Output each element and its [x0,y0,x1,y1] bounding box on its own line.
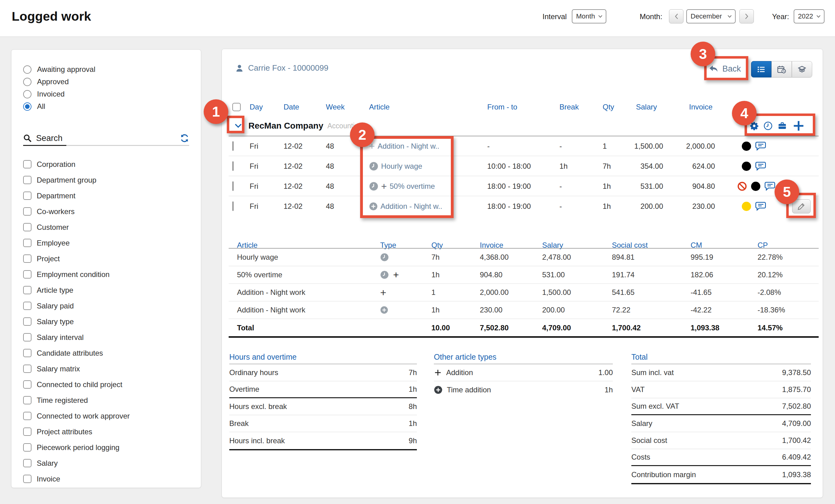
col-invoice[interactable]: Invoice [689,103,713,111]
filter-salary-matrix[interactable]: Salary matrix [23,361,189,377]
hourly-type-icon [380,253,389,261]
comment-bubble-icon[interactable] [755,142,766,151]
filter-department[interactable]: Department [23,188,189,204]
stat-row: VAT1,875.70 [631,381,811,398]
checkbox-icon [23,239,32,247]
qty-cell: 1h [431,271,440,279]
annotation-circle-2: 2 [350,123,374,147]
next-month-button[interactable] [739,9,754,23]
filter-time-registered[interactable]: Time registered [23,392,189,408]
filter-article-type[interactable]: Article type [23,282,189,298]
summary-row-1: Hourly wage 7h 4,368.00 2,478.00 894.81 … [229,249,819,266]
row-checkbox[interactable] [232,142,233,150]
employee-name: Carrie Fox - 10000099 [248,63,328,73]
stat-row: Sum incl. vat9,378.50 [631,364,811,381]
checkbox-icon [23,459,32,467]
search-input[interactable]: Search [23,130,189,146]
salary-cell: 1,500.00 [542,288,571,297]
row-checkbox[interactable] [232,202,233,211]
filter-salary-type[interactable]: Salary type [23,314,189,330]
article-cell: Hourly wage [237,253,278,261]
break-cell: - [559,202,562,211]
log-row-4: Fri 12-02 48 Addition - Night w.. 18:00 … [229,196,819,216]
day-cell: Fri [250,202,258,211]
filter-salary-paid[interactable]: Salary paid [23,298,189,314]
status-yellow-dot-icon [742,202,751,211]
list-view-button[interactable] [751,61,771,78]
filter-co-workers[interactable]: Co-workers [23,204,189,219]
annotation-box-1 [227,115,244,133]
invoice-cell: 230.00 [480,306,502,314]
article-cell: 50% overtime [237,271,282,279]
week-cell: 48 [326,202,334,211]
filter-department-group[interactable]: Department group [23,172,189,188]
salary-cell: 2,478.00 [542,253,571,261]
col-week[interactable]: Week [326,103,345,111]
filter-connected-to-child-project[interactable]: Connected to child project [23,377,189,392]
row-checkbox[interactable] [232,162,233,171]
refresh-icon[interactable] [180,133,189,143]
comment-bubble-icon[interactable] [755,162,766,171]
status-radio-awaiting-approval[interactable]: Awaiting approval [23,63,189,76]
col-break[interactable]: Break [559,103,579,111]
col-article[interactable]: Article [369,103,390,111]
status-black-dot-icon [742,142,751,151]
filter-salary-interval[interactable]: Salary interval [23,330,189,345]
filter-employee[interactable]: Employee [23,235,189,251]
hourly-addition-type-icon: + [380,270,399,280]
status-radio-invoiced[interactable]: Invoiced [23,88,189,100]
salary-cell: 531.00 [542,271,565,279]
stat-value: 7,502.80 [782,402,811,411]
year-select[interactable]: 2022 [794,9,824,23]
col-date[interactable]: Date [284,103,299,111]
salary-cell: 1,500.00 [627,142,663,150]
invoice-cell: 2,000.00 [676,142,715,150]
filter-invoice[interactable]: Invoice [23,471,189,487]
search-icon [23,134,32,143]
filter-piecework-period-logging[interactable]: Piecework period logging [23,440,189,455]
invoice-cell: 904.80 [480,271,502,279]
qty-total: 10.00 [431,323,450,332]
article-cell: Addition - Night work [237,306,305,314]
month-select[interactable]: December [686,9,736,23]
annotation-circle-4: 4 [732,101,757,126]
page-title: Logged work [12,9,91,24]
status-radio-all[interactable]: All [23,100,189,112]
filter-connected-to-work-approver[interactable]: Connected to work approver [23,408,189,424]
checkbox-icon [23,207,32,216]
total-label: Total [237,323,254,332]
qty-cell: 1 [603,142,607,150]
company-name: RecMan Company [248,121,323,131]
comment-bubble-icon[interactable] [764,182,775,191]
prev-month-button[interactable] [669,9,684,23]
filter-project[interactable]: Project [23,251,189,267]
stat-value: 9,378.50 [782,368,811,377]
calendar-view-button[interactable] [771,61,792,78]
status-radio-approved[interactable]: Approved [23,76,189,88]
stat-row: Hours excl. break8h [229,398,417,415]
comment-bubble-icon[interactable] [755,202,766,211]
invoice-cell: 4,368.00 [480,253,509,261]
log-row-2: Fri 12-02 48 Hourly wage 10:00 - 18:00 1… [229,156,819,176]
filter-customer[interactable]: Customer [23,219,189,235]
filter-salary[interactable]: Salary [23,455,189,471]
filter-candidate-attributes[interactable]: Candidate attributes [23,345,189,361]
salary-cell: 354.00 [627,162,663,171]
time-addition-icon [434,385,443,394]
salary-cell: 200.00 [627,202,663,211]
status-icons [737,181,775,191]
col-day[interactable]: Day [250,103,263,111]
stat-value: 7h [409,368,417,377]
row-checkbox[interactable] [232,182,233,191]
checkbox-icon [23,443,32,451]
divider [631,483,811,484]
interval-select[interactable]: Month [572,9,606,23]
filter-employment-condition[interactable]: Employment condition [23,267,189,282]
filter-corporation[interactable]: Corporation [23,156,189,172]
col-from-to[interactable]: From - to [487,103,517,111]
layers-view-button[interactable] [792,61,812,78]
annotation-circle-1: 1 [204,99,228,124]
col-qty[interactable]: Qty [603,103,614,111]
filter-project-attributes[interactable]: Project attributes [23,424,189,440]
col-salary[interactable]: Salary [636,103,657,111]
